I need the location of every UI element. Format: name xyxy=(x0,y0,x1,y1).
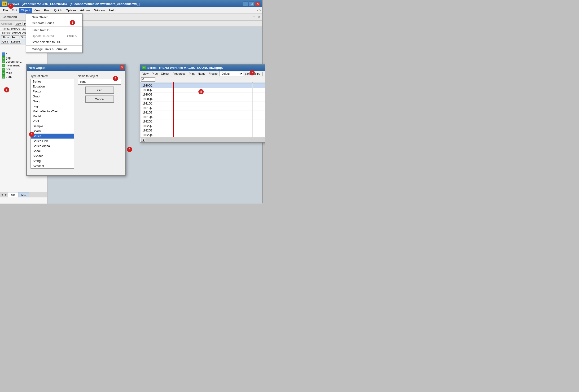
cell-value-1980q1[interactable]: 0 xyxy=(252,83,265,88)
command-bar-controls: ⊞ ✕ xyxy=(252,15,261,19)
series-freeze-btn[interactable]: Freeze xyxy=(207,71,219,76)
type-factor[interactable]: Factor xyxy=(31,89,74,94)
wf-item-c-icon: c xyxy=(2,53,5,56)
table-row[interactable]: 1982Q2 9 xyxy=(141,124,265,128)
cell-value-1982q4[interactable] xyxy=(252,133,265,137)
wf-view-btn[interactable]: View xyxy=(15,22,23,26)
menu-file[interactable]: File xyxy=(1,8,10,13)
shortcut-ctrl-f5: Ctrl+F5 xyxy=(58,35,77,38)
cell-period-1981q1: 1981Q1 xyxy=(141,101,253,106)
cell-value-1982q1[interactable]: 8 xyxy=(252,119,265,124)
menu-manage-links[interactable]: Manage Links & Formulae... xyxy=(26,46,82,52)
restore-button[interactable]: □ xyxy=(249,1,254,6)
menu-help[interactable]: Help xyxy=(107,8,117,13)
nav-right[interactable]: ▶ xyxy=(4,193,8,196)
wf-item-gdp-icon: s xyxy=(2,56,5,60)
cell-value-1982q3[interactable]: 10 xyxy=(252,128,265,133)
series-print-btn[interactable]: Print xyxy=(187,71,196,76)
type-scalar[interactable]: Scalar xyxy=(31,129,74,133)
type-equation[interactable]: Equation xyxy=(31,84,74,89)
table-row[interactable]: 1982Q4 xyxy=(141,133,265,137)
table-row[interactable]: 1981Q1 4 xyxy=(141,101,265,106)
type-string[interactable]: String xyxy=(31,158,74,163)
window-controls: ─ □ ✕ xyxy=(243,1,260,6)
cell-period-1980q3: 1980Q3 xyxy=(141,92,253,97)
tab-gdp[interactable]: gdp xyxy=(8,192,18,197)
cell-value-1980q2[interactable]: 1 xyxy=(252,88,265,92)
menu-quick[interactable]: Quick xyxy=(52,8,64,13)
wf-item-gdp[interactable]: s gdp xyxy=(1,56,46,60)
series-smpl-btn[interactable]: Smpl+/- xyxy=(263,72,265,76)
ok-button[interactable]: OK xyxy=(85,86,114,94)
cell-value-1981q1[interactable]: 4 xyxy=(252,101,265,106)
table-row[interactable]: 1982Q3 10 xyxy=(141,128,265,133)
type-series-alpha[interactable]: Series Alpha xyxy=(31,143,74,148)
tab-m[interactable]: M... xyxy=(18,192,29,197)
series-title-bar: S Series: TREND Workfile: MACRO_ECONOMIC… xyxy=(140,65,265,71)
type-series-link[interactable]: Series Link xyxy=(31,138,74,143)
menu-view[interactable]: View xyxy=(32,8,42,13)
menu-separator-1 xyxy=(26,26,82,27)
series-properties-btn[interactable]: Properties xyxy=(171,71,187,76)
nav-left[interactable]: ◀ xyxy=(0,193,4,196)
type-sspace[interactable]: SSpace xyxy=(31,153,74,158)
wf-item-c[interactable]: c c xyxy=(1,52,46,56)
type-logl[interactable]: LogL xyxy=(31,104,74,109)
type-svector[interactable]: SVect or xyxy=(31,163,74,168)
type-listbox[interactable]: Series Equation Factor Graph Group LogL … xyxy=(30,79,74,169)
type-pool[interactable]: Pool xyxy=(31,119,74,124)
cell-value-1982q2[interactable]: 9 xyxy=(252,124,265,128)
series-formula-input[interactable] xyxy=(141,77,155,82)
series-name-btn[interactable]: Name xyxy=(196,71,207,76)
menu-object[interactable]: Object xyxy=(19,8,32,13)
table-row[interactable]: 1980Q4 3 xyxy=(141,97,265,101)
menu-bar: File Edit Object View Proc Quick Options… xyxy=(0,7,262,13)
series-default-dropdown[interactable]: Default xyxy=(219,71,243,76)
table-row[interactable]: 1981Q2 5 xyxy=(141,106,265,110)
menu-fetch-from-db[interactable]: Fetch from DB... xyxy=(26,27,82,33)
menu-new-object[interactable]: New Object... xyxy=(26,14,82,20)
table-row[interactable]: 1982Q1 8 xyxy=(141,119,265,124)
menu-window[interactable]: Window xyxy=(92,8,107,13)
command-close-btn[interactable]: ✕ xyxy=(257,15,261,19)
cell-value-1981q4[interactable]: 7 xyxy=(252,115,265,119)
series-title-text: Series: TREND Workfile: MACRO_ECONOMIC::… xyxy=(147,66,222,69)
fetch-button[interactable]: Fetch xyxy=(11,35,20,39)
dialog-close-button[interactable]: ✕ xyxy=(120,65,124,69)
sample-button[interactable]: Sample xyxy=(10,40,21,44)
type-graph[interactable]: Graph xyxy=(31,94,74,99)
cancel-button[interactable]: Cancel xyxy=(85,96,114,103)
show-button[interactable]: Show xyxy=(1,35,10,39)
type-group[interactable]: Group xyxy=(31,99,74,104)
type-matrix[interactable]: Matrix-Vector-Coef xyxy=(31,109,74,114)
type-series-selected[interactable]: Series xyxy=(31,133,74,138)
type-series-top[interactable]: Series xyxy=(31,79,74,84)
wf-item-government[interactable]: s governmen... xyxy=(1,60,46,64)
cell-value-1981q2[interactable]: 5 xyxy=(252,106,265,110)
wf-item-investment-label: investment_ xyxy=(6,64,21,67)
type-sample[interactable]: Sample xyxy=(31,124,74,129)
horizontal-scrollbar[interactable] xyxy=(146,138,265,142)
scroll-left-btn[interactable]: ◀ xyxy=(141,138,145,142)
series-object-btn[interactable]: Object xyxy=(159,71,171,76)
type-system[interactable]: System xyxy=(31,168,74,169)
menu-proc[interactable]: Proc xyxy=(42,8,52,13)
minimize-button[interactable]: ─ xyxy=(243,1,248,6)
menu-options[interactable]: Options xyxy=(64,8,78,13)
wf-item-trend-icon: s xyxy=(2,75,5,78)
command-pin-btn[interactable]: ⊞ xyxy=(252,15,256,19)
menu-addins[interactable]: Add-ins xyxy=(78,8,92,13)
series-view-btn[interactable]: View xyxy=(141,71,150,76)
menu-store-selected[interactable]: Store selected to DB... xyxy=(26,39,82,45)
genr-button[interactable]: Genr xyxy=(1,40,9,44)
cell-value-1980q4[interactable]: 3 xyxy=(252,97,265,101)
cell-value-1980q3[interactable]: 2 xyxy=(252,92,265,97)
type-spool[interactable]: Spool xyxy=(31,148,74,153)
cell-value-1981q3[interactable]: 6 xyxy=(252,110,265,115)
type-model[interactable]: Model xyxy=(31,114,74,119)
table-row[interactable]: 1980Q1 0 xyxy=(141,83,265,88)
table-row[interactable]: 1981Q4 7 xyxy=(141,115,265,119)
close-button[interactable]: ✕ xyxy=(255,1,260,6)
table-row[interactable]: 1981Q3 6 xyxy=(141,110,265,115)
series-proc-btn[interactable]: Proc xyxy=(150,71,159,76)
